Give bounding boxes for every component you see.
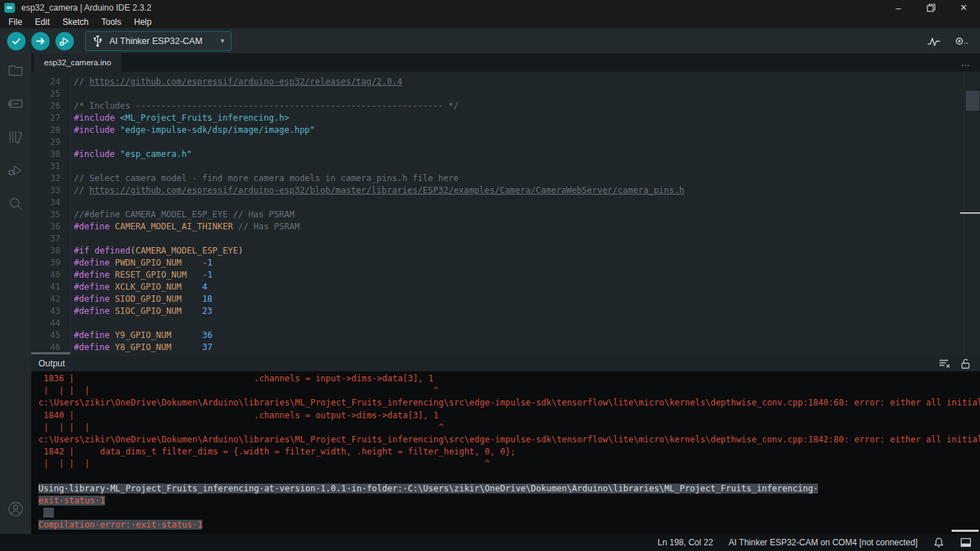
output-line: c:\Users\zikir\OneDrive\Dokumen\Arduino\… (38, 397, 980, 409)
line-number: 29 (31, 136, 71, 148)
output-line: Compilation·error:·exit·status·1 (38, 519, 980, 531)
code-line: 36#define CAMERA_MODEL_AI_THINKER // Has… (31, 221, 964, 233)
code-editor[interactable]: 24// https://github.com/espressif/arduin… (31, 72, 980, 356)
line-number: 45 (31, 329, 71, 342)
sidebar-item-account[interactable] (0, 492, 31, 525)
code-line: 30#include "esp_camera.h" (31, 148, 964, 160)
minimize-icon: – (895, 3, 900, 13)
code-line: 31 (31, 160, 964, 173)
statusbar: Ln 198, Col 22 AI Thinker ESP32-CAM on C… (0, 534, 980, 551)
close-icon: × (960, 1, 967, 14)
cursor-position[interactable]: Ln 198, Col 22 (658, 538, 713, 547)
output-line (38, 471, 980, 483)
ellipsis-icon: … (961, 58, 970, 68)
code-line: 26/* Includes --------------------------… (31, 100, 964, 112)
line-number: 30 (31, 148, 71, 160)
output-line: 1836 | .channels = input->dims->data[3],… (38, 373, 980, 385)
restore-icon (927, 4, 935, 12)
check-icon (11, 36, 21, 46)
upload-button[interactable] (31, 32, 50, 50)
code-line: 44 (31, 317, 964, 329)
code-line: 33// https://github.com/espressif/arduin… (31, 185, 964, 197)
sidebar-item-debug[interactable] (0, 153, 31, 187)
verify-button[interactable] (7, 32, 26, 50)
code-line: 45#define Y9_GPIO_NUM 36 (31, 329, 964, 342)
close-button[interactable]: × (947, 0, 980, 16)
scrollbar-cursor-mark (960, 212, 980, 214)
line-number: 44 (31, 317, 71, 329)
menu-file[interactable]: File (2, 17, 28, 27)
notifications-button[interactable] (933, 537, 944, 548)
bell-icon (933, 537, 944, 548)
arduino-logo-icon: ∞ (4, 3, 15, 13)
search-icon (7, 195, 24, 212)
code-line: 39#define PWDN_GPIO_NUM -1 (31, 257, 964, 269)
output-console[interactable]: 1836 | .channels = input->dims->data[3],… (31, 371, 980, 534)
code-line: 34 (31, 197, 964, 209)
line-number: 32 (31, 173, 71, 185)
menu-tools[interactable]: Tools (95, 17, 128, 27)
sidebar-item-sketchbook[interactable] (0, 53, 31, 87)
scrollbar-gutter-line (964, 72, 964, 356)
board-icon (7, 95, 24, 112)
sidebar (0, 53, 31, 534)
menu-edit[interactable]: Edit (28, 17, 56, 27)
line-number: 35 (31, 209, 71, 221)
window-title: esp32_camera | Arduino IDE 2.3.2 (21, 3, 151, 13)
output-line: c:\Users\zikir\OneDrive\Dokumen\Arduino\… (38, 434, 980, 446)
arduino-ide-window: ∞ esp32_camera | Arduino IDE 2.3.2 – × F… (0, 0, 980, 551)
debug-play-bug-icon (59, 36, 70, 47)
code-line: 29 (31, 136, 964, 148)
line-number: 37 (31, 233, 71, 245)
restore-button[interactable] (915, 0, 947, 16)
line-number: 39 (31, 257, 71, 269)
sidebar-item-library-manager[interactable] (0, 120, 31, 153)
line-number: 24 (31, 76, 71, 88)
sidebar-item-search[interactable] (0, 187, 31, 220)
serial-plotter-icon[interactable] (926, 35, 942, 48)
code-line: 42#define SIOD_GPIO_NUM 18 (31, 293, 964, 305)
code-line: 43#define SIOC_GPIO_NUM 23 (31, 305, 964, 317)
infinity-glyph: ∞ (7, 3, 13, 11)
code-line: 37 (31, 233, 964, 245)
output-header-icons (938, 358, 980, 369)
board-connection-status[interactable]: AI Thinker ESP32-CAM on COM4 [not connec… (729, 538, 918, 547)
menu-sketch[interactable]: Sketch (56, 17, 95, 27)
minimize-button[interactable]: – (882, 0, 915, 16)
right-arrow-icon (36, 36, 45, 46)
autoscroll-lock-icon[interactable] (960, 358, 971, 369)
toolbar-right (926, 35, 980, 48)
sidebar-item-boards-manager[interactable] (0, 87, 31, 120)
board-selector[interactable]: AI Thinker ESP32-CAM ▾ (85, 31, 232, 51)
code-line: 35//#define CAMERA_MODEL_ESP_EYE // Has … (31, 209, 964, 221)
output-scrollbar-thumb[interactable] (952, 530, 979, 532)
code-line: 32// Select camera model - find more cam… (31, 173, 964, 185)
line-number: 31 (31, 160, 71, 173)
debug-button[interactable] (55, 32, 74, 50)
clear-output-icon[interactable] (938, 358, 951, 369)
serial-monitor-icon[interactable] (953, 35, 970, 48)
line-number: 42 (31, 293, 71, 305)
titlebar: ∞ esp32_camera | Arduino IDE 2.3.2 – × (0, 0, 980, 16)
menu-help[interactable]: Help (128, 17, 158, 27)
output-title: Output (38, 359, 65, 369)
line-number: 27 (31, 112, 71, 124)
output-line: 1840 | .channels = output->dims->data[3]… (38, 410, 980, 422)
output-line: | | | | ^ (38, 422, 980, 434)
code-line: 25 (31, 88, 964, 100)
output-line: 1842 | data_dims_t filter_dims = {.width… (38, 446, 980, 458)
tab-esp32-camera-ino[interactable]: esp32_camera.ino (34, 53, 121, 72)
books-icon (7, 129, 24, 146)
toggle-bottom-panel-button[interactable] (960, 538, 971, 547)
line-number: 34 (31, 197, 71, 209)
board-selector-label: AI Thinker ESP32-CAM (109, 36, 202, 46)
editor-vscrollbar-thumb[interactable] (966, 91, 979, 111)
editor-overflow-menu[interactable]: … (961, 53, 980, 72)
panel-icon (960, 538, 971, 547)
menubar: File Edit Sketch Tools Help (0, 16, 980, 28)
toolbar: AI Thinker ESP32-CAM ▾ (0, 28, 980, 53)
tab-label: esp32_camera.ino (44, 58, 111, 67)
debug-icon (7, 162, 24, 179)
output-line: | | | | ^ (38, 458, 980, 470)
editor-hscrollbar-thumb[interactable] (31, 352, 70, 354)
